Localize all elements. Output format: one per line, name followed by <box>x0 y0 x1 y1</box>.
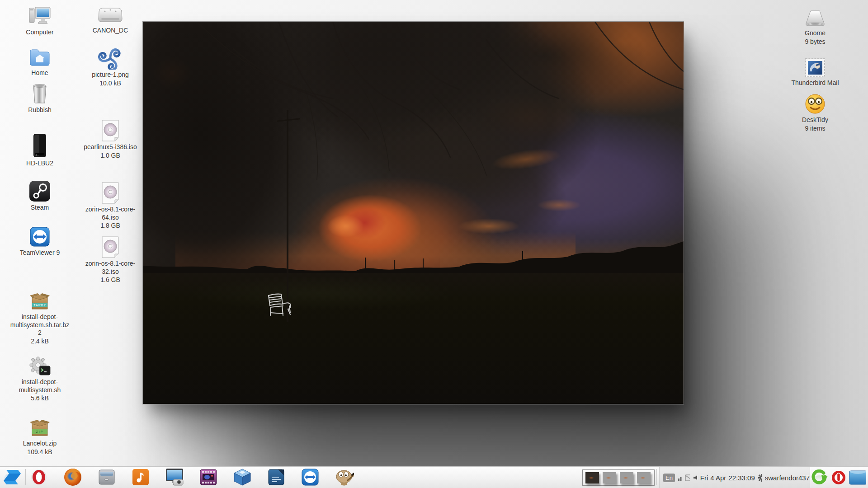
taskbar: En Fri 4 Apr 22:33:09 swarfendor437 <box>0 466 868 488</box>
power-icon <box>830 469 847 486</box>
icon-size: 2.4 kB <box>9 338 70 346</box>
workspace-switcher <box>582 469 655 486</box>
logout-arrow-icon <box>811 469 828 486</box>
steam-icon <box>28 180 51 202</box>
logout-button[interactable] <box>811 469 828 486</box>
desktop-icon-tarbz2[interactable]: TARBZ install-depot-multisystem.sh.tar.b… <box>9 292 70 346</box>
clock-day: Fri <box>700 474 708 482</box>
shutdown-button[interactable] <box>830 469 847 486</box>
taskbar-app-video-editor[interactable] <box>191 467 225 487</box>
tar-badge-text: TARBZ <box>33 304 46 307</box>
taskbar-app-firefox[interactable] <box>56 467 90 487</box>
file-manager-icon <box>97 468 116 486</box>
icon-size: 1.6 GB <box>80 276 141 284</box>
desktop-icon-shell-script[interactable]: install-depot-multisystem.sh 5.6 kB <box>9 356 70 403</box>
trash-bin-icon <box>30 83 50 105</box>
desktop-icon-canon-dc[interactable]: CANON_DC <box>80 5 141 35</box>
signal-strength-icon[interactable] <box>678 474 682 481</box>
zorin-menu-button[interactable] <box>2 468 23 486</box>
taskbar-app-gimp[interactable] <box>327 467 361 487</box>
icon-size: 109.4 kB <box>9 448 70 456</box>
computer-icon <box>28 5 52 27</box>
desktop-icon-desktidy[interactable]: DeskTidy 9 items <box>785 93 845 132</box>
clock[interactable]: Fri 4 Apr 22:33:09 <box>700 474 755 482</box>
clock-time: 22:33:09 <box>728 474 755 482</box>
desktop-icon-pearlinux-iso[interactable]: pearlinux5-i386.iso 1.0 GB <box>80 119 141 160</box>
zip-archive-icon: ZIP <box>28 418 51 438</box>
desktop-screen-icon <box>849 470 866 485</box>
teamviewer-icon <box>301 468 320 487</box>
desktop-icon-home[interactable]: Home <box>9 47 70 77</box>
icon-label: Thunderbird Mail <box>785 79 845 87</box>
keyboard-layout-indicator[interactable]: En <box>663 474 675 482</box>
tar-archive-icon: TARBZ <box>28 292 51 312</box>
icon-label: picture-1.png <box>80 71 141 79</box>
icon-label: Computer <box>9 28 70 37</box>
mail-envelope-icon[interactable] <box>685 474 689 481</box>
system-tray: En Fri 4 Apr 22:33:09 swarfendor437 <box>659 467 810 488</box>
icon-size: 9 items <box>785 125 845 133</box>
photo-viewer-window[interactable] <box>142 21 684 404</box>
gnome-drive-icon <box>803 9 827 28</box>
desktop-icon-steam[interactable]: Steam <box>9 180 70 212</box>
thunderbird-stamp-icon <box>805 58 826 78</box>
clock-date: 4 Apr <box>710 474 726 482</box>
taskbar-app-row <box>22 467 361 487</box>
desktop-icon-thunderbird[interactable]: Thunderbird Mail <box>785 58 845 87</box>
zip-badge-text: ZIP <box>36 430 44 433</box>
taskbar-app-music[interactable] <box>123 467 157 487</box>
desktop-icon-picture-1[interactable]: picture-1.png 10.0 kB <box>80 45 141 87</box>
taskbar-app-screenshot[interactable] <box>157 467 191 487</box>
screenshot-tool-icon <box>164 468 185 487</box>
desktop-icon-rubbish[interactable]: Rubbish <box>9 83 70 114</box>
icon-label: Gnome <box>785 29 845 38</box>
libreoffice-icon <box>267 468 285 486</box>
desktop-icon-hd-lbu2[interactable]: HD-LBU2 <box>9 133 70 168</box>
icon-size: 5.6 kB <box>9 394 70 403</box>
icon-size: 9 bytes <box>785 38 845 46</box>
workspace-thumbnail-1[interactable] <box>585 472 599 483</box>
taskbar-app-virtualbox[interactable] <box>225 467 259 487</box>
iso-disc-icon <box>100 236 121 258</box>
desktop-icon-lancelot-zip[interactable]: ZIP Lancelot.zip 109.4 kB <box>9 418 70 456</box>
volume-icon[interactable] <box>693 474 697 481</box>
icon-label: CANON_DC <box>80 27 141 35</box>
icon-label: Lancelot.zip <box>9 440 70 448</box>
icon-label: Rubbish <box>9 106 70 114</box>
icon-label: DeskTidy <box>785 116 845 124</box>
workspace-thumbnail-2[interactable] <box>603 472 616 483</box>
icon-label: install-depot-multisystem.sh.tar.bz2 <box>9 313 70 337</box>
teamviewer-icon <box>29 226 51 248</box>
desktop-background: Computer Home Rubbish HD-LBU2 Steam Team… <box>0 0 868 488</box>
camera-drive-icon <box>98 5 123 25</box>
session-gear-icon[interactable] <box>758 474 762 482</box>
workspace-thumbnail-3[interactable] <box>620 472 633 483</box>
desktop-icon-teamviewer[interactable]: TeamViewer 9 <box>9 226 70 257</box>
icon-size: 1.8 GB <box>80 222 141 230</box>
taskbar-app-libreoffice[interactable] <box>259 467 293 487</box>
desktop-icon-zorin32-iso[interactable]: zorin-os-8.1-core-32.iso 1.6 GB <box>80 236 141 284</box>
desktop-icon-gnome[interactable]: Gnome 9 bytes <box>785 9 845 46</box>
icon-label: install-depot-multisystem.sh <box>9 378 70 394</box>
gimp-icon <box>334 468 354 487</box>
script-gear-icon <box>28 356 51 377</box>
taskbar-app-file-manager[interactable] <box>90 467 123 487</box>
taskbar-app-teamviewer[interactable] <box>293 467 327 487</box>
icon-label: Steam <box>9 204 70 212</box>
taskbar-app-opera[interactable] <box>22 467 56 487</box>
iso-disc-icon <box>100 119 121 142</box>
virtualbox-icon <box>232 468 252 487</box>
icon-label: zorin-os-8.1-core-32.iso <box>80 260 141 276</box>
icon-size: 1.0 GB <box>80 152 141 160</box>
opera-icon <box>29 468 48 487</box>
smiley-glasses-icon <box>804 93 826 115</box>
video-editor-icon <box>199 468 218 486</box>
icon-label: pearlinux5-i386.iso <box>80 143 141 151</box>
username[interactable]: swarfendor437 <box>765 474 810 482</box>
external-hdd-icon <box>30 133 50 158</box>
show-desktop-button[interactable] <box>849 469 866 486</box>
utility-pole <box>287 110 288 322</box>
desktop-icon-computer[interactable]: Computer <box>9 5 70 37</box>
workspace-thumbnail-4[interactable] <box>637 472 651 483</box>
desktop-icon-zorin64-iso[interactable]: zorin-os-8.1-core-64.iso 1.8 GB <box>80 182 141 230</box>
